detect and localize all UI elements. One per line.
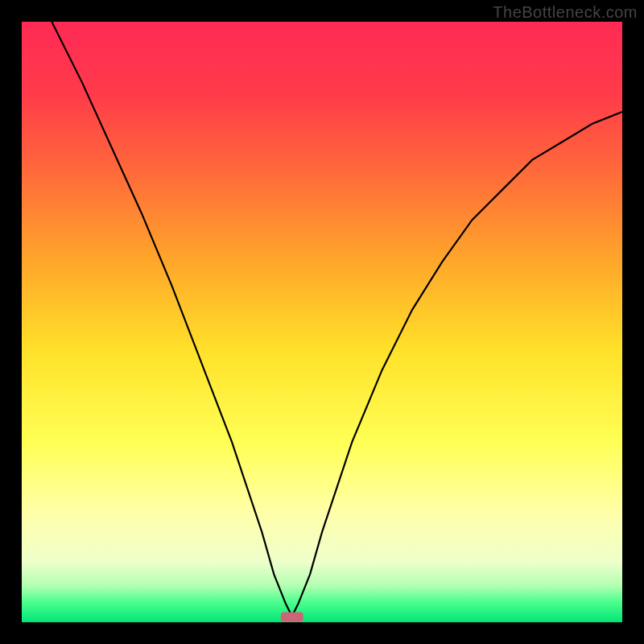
chart-frame: TheBottleneck.com bbox=[0, 0, 644, 644]
plot-area bbox=[22, 22, 622, 622]
gradient-background-chart bbox=[22, 22, 622, 622]
minimum-marker bbox=[281, 613, 303, 622]
watermark-text: TheBottleneck.com bbox=[493, 3, 638, 22]
